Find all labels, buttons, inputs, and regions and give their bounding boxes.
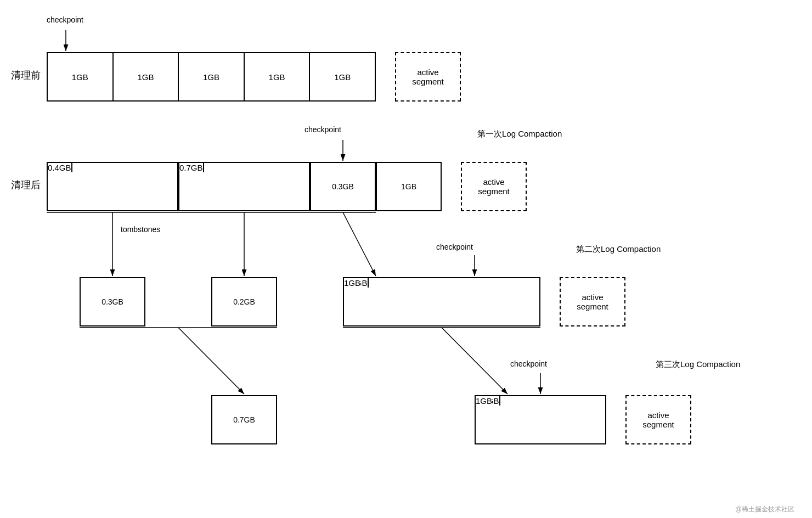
checkpoint-label-2: checkpoint <box>304 125 341 134</box>
checkpoint-label-4: checkpoint <box>510 359 547 368</box>
seg-r1-4: 1GB <box>245 53 311 100</box>
svg-line-8 <box>343 212 376 276</box>
seg-r1-5: 1GB <box>310 53 375 100</box>
seg-r1-3: 1GB <box>179 53 245 100</box>
active-seg-r1: active segment <box>395 52 461 102</box>
checkpoint-label-1: checkpoint <box>47 15 83 24</box>
row1-label: 清理前 <box>11 69 41 82</box>
tombstones-label: tombstones <box>121 225 160 234</box>
compaction-label-3: 第三次Log Compaction <box>656 359 740 370</box>
svg-line-11 <box>178 328 244 394</box>
checkpoint-label-3: checkpoint <box>436 243 473 251</box>
seg-r4-3: 1GB <box>476 396 492 406</box>
active-seg-r2: active segment <box>461 162 527 211</box>
seg-r3-2: 0.2GB <box>211 277 277 326</box>
active-seg-r4: active segment <box>625 395 691 444</box>
active-seg-r3: active segment <box>560 277 625 326</box>
seg-r3-5: 1GB <box>344 278 360 288</box>
seg-r2-2: 0.4GB <box>48 163 71 172</box>
row2-label: 清理后 <box>11 178 41 192</box>
seg-r2-4: 0.7GB <box>179 163 203 172</box>
compaction-label-1: 第一次Log Compaction <box>477 129 562 139</box>
seg-r1-2: 1GB <box>114 53 179 100</box>
svg-line-13 <box>442 328 507 394</box>
seg-r2-6: 1GB <box>376 162 442 211</box>
seg-r4-1: 0.7GB <box>211 395 277 444</box>
seg-r1-1: 1GB <box>48 53 114 100</box>
seg-r3-1: 0.3GB <box>80 277 145 326</box>
compaction-label-2: 第二次Log Compaction <box>576 244 661 255</box>
watermark: @稀土掘金技术社区 <box>735 505 794 514</box>
seg-r2-5: 0.3GB <box>310 162 376 211</box>
